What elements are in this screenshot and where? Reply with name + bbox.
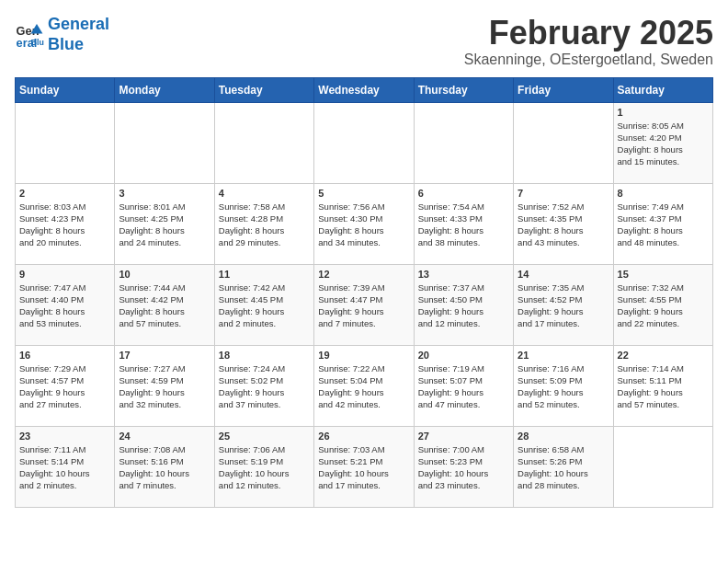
day-number: 24 [119,431,210,442]
day-number: 21 [518,350,609,361]
day-info: Sunrise: 7:27 AM Sunset: 4:59 PM Dayligh… [119,362,210,411]
logo: Gen eral Blue General Blue [15,15,109,54]
calendar-cell [314,102,414,183]
calendar-cell: 18Sunrise: 7:24 AM Sunset: 5:02 PM Dayli… [214,345,313,426]
day-number: 27 [418,431,509,442]
day-number: 14 [518,269,609,280]
day-info: Sunrise: 7:32 AM Sunset: 4:55 PM Dayligh… [618,282,709,330]
day-number: 16 [19,350,110,361]
calendar-cell: 23Sunrise: 7:11 AM Sunset: 5:14 PM Dayli… [16,426,115,507]
day-number: 11 [219,269,310,280]
day-info: Sunrise: 6:58 AM Sunset: 5:26 PM Dayligh… [518,443,609,492]
logo-text: General Blue [48,15,109,54]
calendar-cell: 14Sunrise: 7:35 AM Sunset: 4:52 PM Dayli… [514,264,613,345]
day-number: 8 [618,188,709,199]
svg-text:Blue: Blue [31,38,44,47]
day-info: Sunrise: 7:29 AM Sunset: 4:57 PM Dayligh… [19,362,110,411]
day-info: Sunrise: 7:19 AM Sunset: 5:07 PM Dayligh… [418,362,509,411]
calendar-cell: 16Sunrise: 7:29 AM Sunset: 4:57 PM Dayli… [16,345,115,426]
calendar-cell [514,102,613,183]
day-number: 15 [618,269,709,280]
logo-icon: Gen eral Blue [15,20,44,50]
calendar-week-1: 1Sunrise: 8:05 AM Sunset: 4:20 PM Daylig… [16,102,713,183]
title-area: February 2025 Skaenninge, OEstergoetland… [464,15,713,68]
day-number: 28 [518,431,609,442]
calendar-cell: 12Sunrise: 7:39 AM Sunset: 4:47 PM Dayli… [314,264,414,345]
day-number: 12 [318,269,409,280]
day-info: Sunrise: 7:49 AM Sunset: 4:37 PM Dayligh… [618,201,709,249]
header: Gen eral Blue General Blue February 2025… [15,15,713,68]
day-number: 17 [119,350,210,361]
calendar-cell: 11Sunrise: 7:42 AM Sunset: 4:45 PM Dayli… [214,264,313,345]
calendar-cell: 25Sunrise: 7:06 AM Sunset: 5:19 PM Dayli… [214,426,313,507]
day-info: Sunrise: 7:58 AM Sunset: 4:28 PM Dayligh… [219,201,310,249]
month-title: February 2025 [464,15,713,52]
calendar-cell: 7Sunrise: 7:52 AM Sunset: 4:35 PM Daylig… [514,183,613,264]
calendar-cell: 10Sunrise: 7:44 AM Sunset: 4:42 PM Dayli… [115,264,214,345]
calendar-cell: 24Sunrise: 7:08 AM Sunset: 5:16 PM Dayli… [115,426,214,507]
day-number: 2 [19,188,110,199]
day-number: 9 [19,269,110,280]
day-number: 10 [119,269,210,280]
calendar-cell: 4Sunrise: 7:58 AM Sunset: 4:28 PM Daylig… [214,183,313,264]
day-number: 20 [418,350,509,361]
day-info: Sunrise: 7:52 AM Sunset: 4:35 PM Dayligh… [518,201,609,249]
day-number: 5 [318,188,409,199]
calendar-cell: 27Sunrise: 7:00 AM Sunset: 5:23 PM Dayli… [414,426,513,507]
calendar-week-2: 2Sunrise: 8:03 AM Sunset: 4:23 PM Daylig… [16,183,713,264]
weekday-header-tuesday: Tuesday [214,77,313,102]
calendar-cell: 21Sunrise: 7:16 AM Sunset: 5:09 PM Dayli… [514,345,613,426]
weekday-header-wednesday: Wednesday [314,77,414,102]
calendar-cell: 9Sunrise: 7:47 AM Sunset: 4:40 PM Daylig… [16,264,115,345]
logo-blue: Blue [48,35,84,53]
calendar-cell: 17Sunrise: 7:27 AM Sunset: 4:59 PM Dayli… [115,345,214,426]
calendar-cell: 1Sunrise: 8:05 AM Sunset: 4:20 PM Daylig… [613,102,712,183]
calendar-cell: 26Sunrise: 7:03 AM Sunset: 5:21 PM Dayli… [314,426,414,507]
day-info: Sunrise: 7:03 AM Sunset: 5:21 PM Dayligh… [318,443,409,492]
calendar-cell: 3Sunrise: 8:01 AM Sunset: 4:25 PM Daylig… [115,183,214,264]
day-number: 19 [318,350,409,361]
day-number: 26 [318,431,409,442]
day-info: Sunrise: 7:11 AM Sunset: 5:14 PM Dayligh… [19,443,110,492]
day-number: 6 [418,188,509,199]
day-number: 1 [618,107,709,118]
calendar-cell [115,102,214,183]
weekday-header-thursday: Thursday [414,77,513,102]
day-info: Sunrise: 7:08 AM Sunset: 5:16 PM Dayligh… [119,443,210,492]
weekday-header-saturday: Saturday [613,77,712,102]
day-number: 7 [518,188,609,199]
day-number: 22 [618,350,709,361]
day-info: Sunrise: 7:39 AM Sunset: 4:47 PM Dayligh… [318,282,409,330]
calendar-cell: 2Sunrise: 8:03 AM Sunset: 4:23 PM Daylig… [16,183,115,264]
calendar-week-3: 9Sunrise: 7:47 AM Sunset: 4:40 PM Daylig… [16,264,713,345]
calendar-cell [16,102,115,183]
day-info: Sunrise: 7:54 AM Sunset: 4:33 PM Dayligh… [418,201,509,249]
calendar-cell: 28Sunrise: 6:58 AM Sunset: 5:26 PM Dayli… [514,426,613,507]
calendar-cell: 22Sunrise: 7:14 AM Sunset: 5:11 PM Dayli… [613,345,712,426]
calendar-table: SundayMondayTuesdayWednesdayThursdayFrid… [15,77,713,508]
day-number: 4 [219,188,310,199]
calendar-cell: 15Sunrise: 7:32 AM Sunset: 4:55 PM Dayli… [613,264,712,345]
day-info: Sunrise: 7:37 AM Sunset: 4:50 PM Dayligh… [418,282,509,330]
calendar-cell: 13Sunrise: 7:37 AM Sunset: 4:50 PM Dayli… [414,264,513,345]
day-number: 25 [219,431,310,442]
calendar-cell [214,102,313,183]
calendar-cell: 20Sunrise: 7:19 AM Sunset: 5:07 PM Dayli… [414,345,513,426]
day-info: Sunrise: 7:35 AM Sunset: 4:52 PM Dayligh… [518,282,609,330]
calendar-week-5: 23Sunrise: 7:11 AM Sunset: 5:14 PM Dayli… [16,426,713,507]
day-info: Sunrise: 7:24 AM Sunset: 5:02 PM Dayligh… [219,362,310,411]
day-info: Sunrise: 7:22 AM Sunset: 5:04 PM Dayligh… [318,362,409,411]
day-number: 13 [418,269,509,280]
day-info: Sunrise: 7:06 AM Sunset: 5:19 PM Dayligh… [219,443,310,492]
calendar-cell: 8Sunrise: 7:49 AM Sunset: 4:37 PM Daylig… [613,183,712,264]
day-number: 18 [219,350,310,361]
day-info: Sunrise: 7:47 AM Sunset: 4:40 PM Dayligh… [19,282,110,330]
day-info: Sunrise: 7:42 AM Sunset: 4:45 PM Dayligh… [219,282,310,330]
day-number: 23 [19,431,110,442]
weekday-header-row: SundayMondayTuesdayWednesdayThursdayFrid… [16,77,713,102]
calendar-cell: 6Sunrise: 7:54 AM Sunset: 4:33 PM Daylig… [414,183,513,264]
calendar-week-4: 16Sunrise: 7:29 AM Sunset: 4:57 PM Dayli… [16,345,713,426]
location-subtitle: Skaenninge, OEstergoetland, Sweden [464,52,713,68]
day-info: Sunrise: 7:56 AM Sunset: 4:30 PM Dayligh… [318,201,409,249]
day-info: Sunrise: 8:03 AM Sunset: 4:23 PM Dayligh… [19,201,110,249]
